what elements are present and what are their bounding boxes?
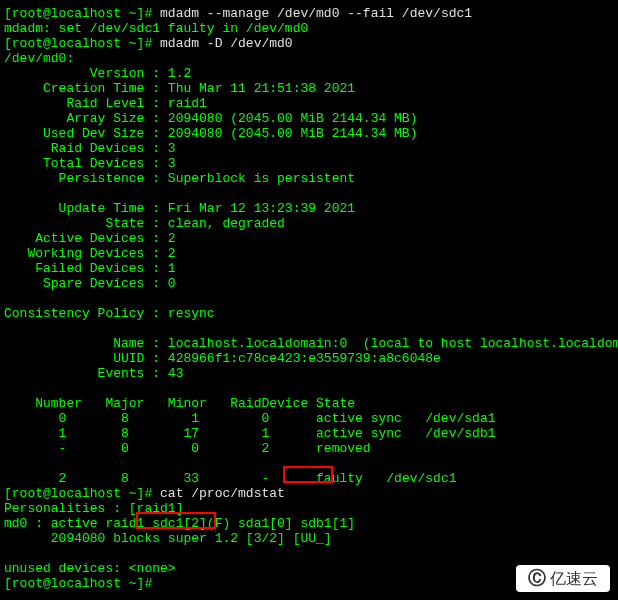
- output-line: UUID : 428966f1:c78ce423:e3559739:a8c604…: [4, 351, 614, 366]
- device-table-header: Number Major Minor RaidDevice State: [4, 396, 614, 411]
- output-line: [4, 456, 614, 471]
- prompt: [root@localhost ~]#: [4, 6, 160, 21]
- row-prefix: 2 8 33 -: [4, 471, 316, 486]
- cmd-line-1: [root@localhost ~]# mdadm --manage /dev/…: [4, 6, 614, 21]
- output-line: Active Devices : 2: [4, 231, 614, 246]
- output-line: [4, 546, 614, 561]
- command-text: mdadm -D /dev/md0: [160, 36, 293, 51]
- cmd-line-2: [root@localhost ~]# mdadm -D /dev/md0: [4, 36, 614, 51]
- output-line: Name : localhost.localdomain:0 (local to…: [4, 336, 614, 351]
- mdstat-devices: sda1[0] sdb1[1]: [230, 516, 355, 531]
- output-line: [4, 186, 614, 201]
- output-line: Used Dev Size : 2094080 (2045.00 MiB 214…: [4, 126, 614, 141]
- command-text: cat /proc/mdstat: [160, 486, 285, 501]
- output-line: 2094080 blocks super 1.2 [3/2] [UU_]: [4, 531, 614, 546]
- watermark-icon: Ⓒ: [528, 571, 546, 586]
- output-line: Events : 43: [4, 366, 614, 381]
- prompt: [root@localhost ~]#: [4, 486, 160, 501]
- output-line: Failed Devices : 1: [4, 261, 614, 276]
- watermark-badge: Ⓒ 亿速云: [516, 565, 610, 592]
- output-line: mdadm: set /dev/sdc1 faulty in /dev/md0: [4, 21, 614, 36]
- cmd-line-3: [root@localhost ~]# cat /proc/mdstat: [4, 486, 614, 501]
- output-line: [4, 291, 614, 306]
- device-table-row: 1 8 17 1 active sync /dev/sdb1: [4, 426, 614, 441]
- output-line: Creation Time : Thu Mar 11 21:51:38 2021: [4, 81, 614, 96]
- output-line: [4, 381, 614, 396]
- output-line: Array Size : 2094080 (2045.00 MiB 2144.3…: [4, 111, 614, 126]
- device-table-row: - 0 0 2 removed: [4, 441, 614, 456]
- output-line: Consistency Policy : resync: [4, 306, 614, 321]
- device-table-row: 0 8 1 0 active sync /dev/sda1: [4, 411, 614, 426]
- mdstat-line: md0 : active raid1 sdc1[2](F) sda1[0] sd…: [4, 516, 614, 531]
- command-text: mdadm --manage /dev/md0 --fail /dev/sdc1: [160, 6, 472, 21]
- output-line: Raid Level : raid1: [4, 96, 614, 111]
- output-line: /dev/md0:: [4, 51, 614, 66]
- output-line: Personalities : [raid1]: [4, 501, 614, 516]
- device-path: /dev/sdc1: [363, 471, 457, 486]
- output-line: Raid Devices : 3: [4, 141, 614, 156]
- output-line: Working Devices : 2: [4, 246, 614, 261]
- output-line: [4, 321, 614, 336]
- prompt: [root@localhost ~]#: [4, 36, 160, 51]
- output-line: Spare Devices : 0: [4, 276, 614, 291]
- output-line: State : clean, degraded: [4, 216, 614, 231]
- faulty-status: faulty: [316, 471, 363, 486]
- faulty-device-row: 2 8 33 - faulty /dev/sdc1: [4, 471, 614, 486]
- output-line: Update Time : Fri Mar 12 13:23:39 2021: [4, 201, 614, 216]
- output-line: Total Devices : 3: [4, 156, 614, 171]
- watermark-text: 亿速云: [550, 571, 598, 586]
- terminal-output: [root@localhost ~]# mdadm --manage /dev/…: [4, 6, 614, 591]
- output-line: Version : 1.2: [4, 66, 614, 81]
- mdstat-prefix: md0 : active raid1: [4, 516, 152, 531]
- output-line: Persistence : Superblock is persistent: [4, 171, 614, 186]
- prompt: [root@localhost ~]#: [4, 576, 160, 591]
- faulty-device-marker: sdc1[2](F): [152, 516, 230, 531]
